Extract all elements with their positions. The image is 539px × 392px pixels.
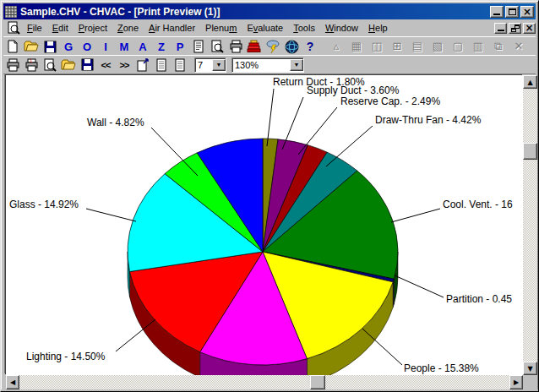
window-title: Sample.CHV - CHVAC - [Print Preview (1)] — [20, 6, 488, 18]
scrollbar-corner — [523, 375, 537, 389]
open-folder-icon — [61, 58, 76, 72]
magnifier-page-icon — [43, 58, 57, 72]
red-books-icon — [247, 40, 262, 53]
child-minimize-icon — [498, 30, 504, 31]
two-page-icon — [174, 58, 186, 72]
toolbar-letter-M[interactable]: M — [115, 38, 133, 55]
disabled-zone-tools: ▵▦◫⊞▤▧▢▥⧉✕ — [326, 40, 529, 53]
label-leader-line — [298, 107, 337, 155]
print-preview-icon — [210, 40, 224, 53]
toolbar-letter-A[interactable]: A — [133, 38, 152, 55]
slice-label: Lighting - 14.50% — [26, 351, 106, 362]
one-page-view-button[interactable] — [152, 57, 171, 74]
close-icon: × — [523, 8, 531, 16]
preview-print-button[interactable] — [3, 57, 22, 74]
save-file-button[interactable] — [41, 38, 59, 55]
chevron-down-icon[interactable]: ▼ — [290, 59, 303, 71]
slice-label: People - 15.38% — [404, 362, 479, 374]
forward-chevrons-icon: >> — [120, 60, 129, 70]
menu-zone[interactable]: Zone — [112, 21, 144, 35]
open-file-button[interactable] — [22, 38, 41, 55]
reports-button[interactable] — [189, 38, 208, 55]
app-window: Sample.CHV - CHVAC - [Print Preview (1)]… — [0, 0, 539, 392]
help-button[interactable]: ? — [301, 38, 319, 55]
next-pages-button[interactable]: >> — [115, 57, 133, 74]
disabled-zone-tool-8-icon: ▥ — [468, 40, 488, 53]
letter-I-icon: I — [104, 41, 107, 53]
disabled-zone-tool-6-icon: ▧ — [427, 40, 448, 53]
slice-label: Wall - 4.82% — [87, 117, 144, 128]
preview-zoom-button[interactable] — [41, 57, 59, 74]
letter-A-icon: A — [139, 41, 146, 53]
slice-label: Reserve Cap. - 2.49% — [340, 95, 440, 107]
toolbar-letter-O[interactable]: O — [78, 38, 96, 55]
previous-pages-button[interactable]: << — [96, 57, 115, 74]
toolbar-letter-P[interactable]: P — [171, 38, 189, 55]
slice-label: Cool. Vent. - 16 — [443, 199, 513, 210]
close-button[interactable]: × — [520, 6, 534, 18]
disabled-zone-tool-2-icon: ▦ — [346, 40, 367, 53]
one-page-icon — [155, 58, 167, 72]
horizontal-scrollbar[interactable]: ◀ ▶ — [6, 375, 523, 389]
preview-save-button[interactable] — [78, 57, 96, 74]
child-minimize-button[interactable] — [494, 23, 507, 34]
scroll-down-button[interactable]: ▼ — [523, 362, 537, 375]
vertical-scroll-thumb[interactable] — [523, 143, 537, 160]
menu-tools[interactable]: Tools — [288, 21, 320, 35]
disabled-zone-tool-9-icon: ⧉ — [488, 40, 509, 53]
scroll-up-button[interactable]: ▲ — [523, 75, 537, 89]
print-current-page-button[interactable]: 1 — [22, 57, 41, 74]
child-close-button[interactable]: × — [523, 23, 536, 34]
menu-plenum[interactable]: Plenum — [200, 21, 242, 35]
slice-label: Glass - 14.92% — [9, 199, 79, 210]
globe-icon — [285, 40, 299, 54]
menu-window[interactable]: Window — [320, 21, 363, 35]
new-file-button[interactable] — [3, 38, 22, 55]
page-number-value: 7 — [195, 60, 212, 70]
disabled-zone-tool-5-icon: ▤ — [407, 40, 427, 53]
toolbar-letter-I[interactable]: I — [96, 38, 115, 55]
menu-project[interactable]: Project — [74, 21, 112, 35]
print-button[interactable] — [226, 38, 245, 55]
minimize-button[interactable] — [490, 6, 504, 18]
label-leader-line — [86, 209, 136, 221]
chevron-down-icon[interactable]: ▼ — [212, 59, 226, 71]
print-preview-button[interactable] — [208, 38, 226, 55]
print-preview-page: Return Duct - 1.80%Supply Duct - 3.60%Re… — [6, 75, 523, 375]
disabled-zone-tool-4-icon: ⊞ — [387, 40, 407, 53]
pie-chart: Return Duct - 1.80%Supply Duct - 3.60%Re… — [6, 75, 523, 375]
slice-label: Partition - 0.45 — [446, 293, 512, 305]
letter-shortcut-buttons: GOIMAZP — [59, 38, 189, 55]
vertical-scrollbar[interactable]: ▲ ▼ — [523, 75, 537, 375]
printer-page-icon: 1 — [24, 58, 39, 72]
menu-evaluate[interactable]: Evaluate — [242, 21, 288, 35]
main-toolbar: GOIMAZP — [3, 36, 536, 56]
disabled-zone-tool-7-icon: ▢ — [448, 40, 468, 53]
disabled-zone-tool-1-icon: ▵ — [326, 40, 346, 53]
print-preview-system-icon[interactable] — [7, 21, 20, 35]
scroll-left-button[interactable]: ◀ — [6, 375, 19, 389]
save-floppy-icon — [44, 41, 57, 53]
menu-air-handler[interactable]: Air Handler — [144, 21, 200, 35]
letter-M-icon: M — [120, 41, 129, 53]
toolbar-letter-Z[interactable]: Z — [152, 38, 171, 55]
weather-data-button[interactable] — [264, 38, 282, 55]
save-floppy-icon — [81, 58, 94, 71]
load-calculation-button[interactable] — [245, 38, 264, 55]
preview-open-button[interactable] — [59, 57, 78, 74]
scroll-right-button[interactable]: ▶ — [509, 375, 523, 389]
menu-file[interactable]: File — [22, 21, 47, 35]
menu-edit[interactable]: Edit — [47, 21, 74, 35]
two-page-view-button[interactable] — [171, 57, 189, 74]
menu-help[interactable]: Help — [363, 21, 393, 35]
maximize-button[interactable] — [505, 6, 519, 18]
page-setup-button[interactable] — [133, 57, 152, 74]
zoom-level-combo[interactable]: 130% ▼ — [231, 57, 304, 73]
page-number-combo[interactable]: 7 ▼ — [194, 57, 226, 73]
psychrometrics-button[interactable] — [282, 38, 301, 55]
toolbar-letter-G[interactable]: G — [59, 38, 78, 55]
label-leader-line — [326, 126, 373, 166]
child-restore-button[interactable] — [509, 23, 521, 34]
horizontal-scroll-thumb[interactable] — [310, 375, 325, 389]
back-chevrons-icon: << — [101, 60, 111, 70]
